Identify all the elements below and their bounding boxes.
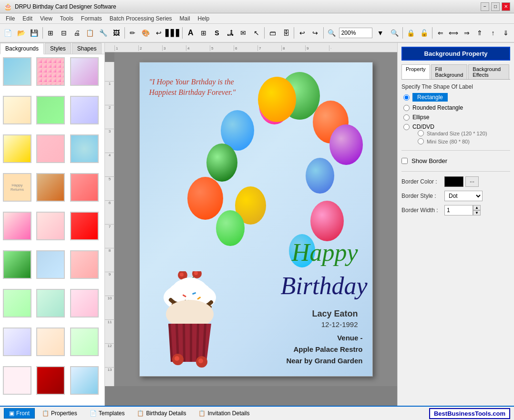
arr-up[interactable]: ⇑ (474, 26, 486, 40)
bg-thumb-27[interactable] (70, 366, 99, 395)
zoom-out[interactable]: 🔍 (389, 26, 401, 40)
show-border-row[interactable]: Show Border (401, 155, 510, 166)
bg-thumb-4[interactable] (3, 96, 31, 124)
shape-cddvd-radio[interactable] (403, 124, 410, 130)
tb-btn4[interactable]: 🖨 (71, 26, 83, 40)
cd-standard-radio[interactable] (418, 130, 424, 136)
bg-thumb-16[interactable] (3, 250, 31, 279)
tb-btn6[interactable]: 🔧 (97, 26, 110, 40)
lock2-btn[interactable]: 🔓 (418, 26, 431, 40)
barcode-btn[interactable]: ▋▋▋ (166, 26, 180, 40)
bg-thumb-25[interactable] (3, 366, 31, 395)
shape-ellipse-radio[interactable] (403, 114, 410, 121)
prop-tab-fill[interactable]: Fill Background (431, 64, 468, 79)
menu-edit[interactable]: Edit (19, 14, 36, 23)
qr-btn[interactable]: ✉ (237, 26, 249, 40)
bg-thumb-22[interactable] (3, 328, 31, 356)
border-width-up[interactable]: ▲ (473, 205, 481, 210)
shape-btn[interactable]: S (211, 26, 223, 40)
tb-btn3[interactable]: ⊟ (58, 26, 70, 40)
tb-btn7[interactable]: 🖼 (110, 26, 123, 40)
border-color-picker-btn[interactable]: ··· (465, 176, 479, 187)
bg-thumb-11[interactable] (36, 173, 65, 202)
text-btn[interactable]: A (185, 26, 197, 40)
bg-thumb-2[interactable] (36, 57, 65, 86)
bg-thumb-9[interactable] (70, 134, 99, 163)
tab-styles[interactable]: Styles (45, 43, 71, 54)
bg-thumb-19[interactable] (3, 289, 31, 318)
border-width-down[interactable]: ▼ (473, 210, 481, 215)
open-button[interactable]: 📂 (15, 26, 28, 40)
tb-btn5[interactable]: 📋 (84, 26, 96, 40)
bg-thumb-1[interactable] (3, 57, 31, 86)
shape-ellipse[interactable]: Ellipse (403, 114, 510, 121)
close-button[interactable]: ✕ (502, 2, 510, 11)
menu-tools[interactable]: Tools (56, 14, 77, 23)
border-color-swatch[interactable] (444, 176, 463, 187)
shape-rounded[interactable]: Rounded Rectangle (403, 104, 510, 111)
bg-thumb-15[interactable] (70, 212, 99, 240)
bg-thumb-13[interactable] (3, 212, 31, 240)
bg-thumb-8[interactable] (36, 134, 65, 163)
bottom-tab-front[interactable]: ▣ Front (4, 408, 35, 419)
menu-mail[interactable]: Mail (176, 14, 194, 23)
cd-mini-radio[interactable] (418, 138, 424, 144)
menu-view[interactable]: View (36, 14, 56, 23)
bg-thumb-26[interactable] (36, 366, 65, 395)
bg-thumb-7[interactable] (3, 134, 31, 163)
bg-thumb-14[interactable] (36, 212, 65, 240)
nav-back[interactable]: ↩ (296, 26, 308, 40)
arr-down[interactable]: ⇓ (500, 26, 513, 40)
save-button[interactable]: 💾 (28, 26, 41, 40)
birthday-card[interactable]: "I Hope Your Brthday is the Happiest Bir… (139, 62, 373, 377)
db-btn[interactable]: 🗃 (267, 26, 279, 40)
zoom-input[interactable] (339, 28, 372, 38)
nav-fwd[interactable]: ↪ (309, 26, 322, 40)
zoom-in[interactable]: 🔍 (326, 26, 338, 40)
menu-file[interactable]: File (2, 14, 19, 23)
tb-btn2[interactable]: ⊞ (44, 26, 57, 40)
arrow-btn[interactable]: ↩ (153, 26, 165, 40)
shape-rounded-radio[interactable] (403, 105, 410, 111)
arr-right[interactable]: ⇒ (461, 26, 473, 40)
new-button[interactable]: 📄 (2, 26, 14, 40)
cd-standard[interactable]: Standard Size (120 * 120) (418, 130, 510, 136)
shape-rect-radio[interactable] (403, 94, 410, 101)
bg-thumb-12[interactable] (70, 173, 99, 202)
bottom-tab-properties[interactable]: 📋 Properties (37, 408, 82, 419)
color-btn[interactable]: 🎨 (140, 26, 152, 40)
shape-cddvd[interactable]: CD/DVD (403, 123, 510, 130)
show-border-checkbox[interactable] (401, 158, 408, 164)
prop-tab-effects[interactable]: Background Effects (468, 64, 509, 79)
zoom-dropdown[interactable]: ▼ (373, 26, 388, 40)
draw-btn[interactable]: ✏ (127, 26, 139, 40)
table-btn[interactable]: ⊞ (198, 26, 210, 40)
canvas-background[interactable]: "I Hope Your Brthday is the Happiest Bir… (114, 52, 397, 386)
bg-thumb-10[interactable]: HappyReturns (3, 173, 31, 202)
menu-help[interactable]: Help (194, 14, 214, 23)
bottom-tab-invitation[interactable]: 📋 Invitation Details (193, 408, 255, 419)
tab-backgrounds[interactable]: Backgrounds (0, 43, 44, 54)
bg-thumb-21[interactable] (70, 289, 99, 318)
canvas-area[interactable]: 1 2 3 4 5 6 7 8 9 · 1 2 3 4 5 6 7 (105, 43, 397, 406)
lock-btn[interactable]: 🔒 (405, 26, 417, 40)
arr-left[interactable]: ⇐ (434, 26, 447, 40)
bg-thumb-6[interactable] (70, 96, 99, 124)
border-style-select[interactable]: Dot Solid Dash DashDot (444, 191, 483, 201)
border-width-input[interactable] (444, 205, 473, 215)
cursor-btn[interactable]: ↖ (250, 26, 263, 40)
menu-formats[interactable]: Formats (77, 14, 106, 23)
bottom-tab-birthday[interactable]: 📋 Birthday Details (132, 408, 191, 419)
cd-mini[interactable]: Mini Size (80 * 80) (418, 138, 510, 144)
bg-thumb-18[interactable] (70, 250, 99, 279)
shape-rectangle[interactable]: Rectangle (403, 93, 510, 102)
maximize-button[interactable]: □ (491, 2, 500, 11)
bg-thumb-20[interactable] (36, 289, 65, 318)
arr-up2[interactable]: ↑ (487, 26, 499, 40)
bg-thumb-17[interactable] (36, 250, 65, 279)
bg-thumb-24[interactable] (70, 328, 99, 356)
arr-lines[interactable]: ⟺ (448, 26, 460, 40)
minimize-button[interactable]: − (481, 2, 489, 11)
bottom-tab-templates[interactable]: 📄 Templates (84, 408, 130, 419)
db2-btn[interactable]: 🗄 (280, 26, 292, 40)
